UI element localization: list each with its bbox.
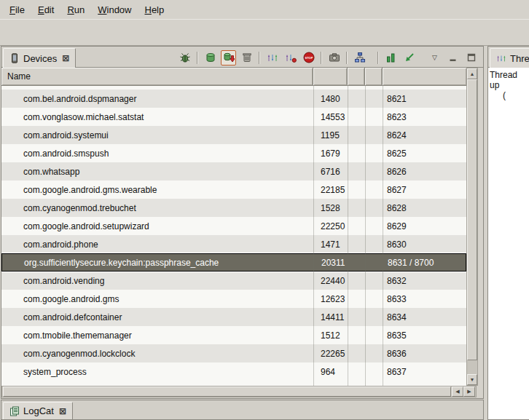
chevron-down-icon: ▽ [432, 54, 437, 61]
scroll-left-button[interactable]: ◀ [452, 387, 463, 397]
process-name: com.google.android.gms.wearable [23, 181, 157, 199]
process-port: 8631 / 8700 [388, 254, 434, 271]
process-pid: 1679 [321, 144, 340, 162]
dump-hprof-button[interactable] [221, 50, 236, 66]
process-name: com.android.vending [23, 272, 104, 290]
threads-content: Thread up ( [488, 68, 529, 103]
maximize-button[interactable] [463, 50, 479, 66]
hierarchy-view-button[interactable] [352, 50, 367, 66]
stop-icon: STOP [303, 52, 315, 63]
table-row[interactable]: com.cyanogenmod.lockclock 22265 8636 [1, 344, 466, 362]
camera-icon [329, 52, 340, 63]
table-row[interactable]: com.android.vending 22440 8632 [1, 272, 466, 290]
column-header-blank-1[interactable] [348, 68, 365, 85]
table-row[interactable]: com.google.android.setupwizard 22250 862… [1, 217, 466, 235]
column-header-port[interactable] [383, 68, 466, 85]
process-port: 8623 [387, 108, 407, 126]
minimize-button[interactable] [445, 50, 461, 66]
table-row[interactable]: com.android.smspush 1679 8625 [1, 144, 466, 162]
table-row[interactable]: com.tmobile.thememanager 1512 8635 [1, 326, 466, 344]
process-pid: 6716 [321, 162, 340, 181]
vertical-scrollbar[interactable]: ▲ ▼ [466, 68, 478, 386]
menu-window[interactable]: Window [91, 1, 138, 18]
table-row[interactable]: org.sufficientlysecure.keychain:passphra… [1, 253, 466, 272]
process-pid: 964 [321, 362, 335, 381]
process-rows: com.bel.android.dspmanager 1480 8621 com… [1, 90, 466, 381]
toolbar-separator [346, 52, 348, 64]
hierarchy-icon [354, 52, 366, 63]
scroll-up-button[interactable]: ▲ [467, 68, 477, 79]
process-pid: 1512 [321, 326, 340, 344]
tab-threads[interactable]: Threads [490, 48, 529, 68]
column-header-blank-2[interactable] [365, 68, 383, 85]
table-row[interactable]: com.bel.android.dspmanager 1480 8621 [1, 90, 466, 108]
menu-file[interactable]: File [3, 1, 31, 18]
process-port: 8632 [387, 272, 407, 290]
debug-button[interactable] [177, 50, 192, 66]
menu-bar: File Edit Run Window Help [0, 0, 529, 19]
minimize-icon [448, 52, 458, 63]
process-port: 8630 [387, 235, 407, 253]
column-header-pid[interactable] [313, 68, 348, 85]
method-profiling-button[interactable] [283, 50, 298, 66]
table-row[interactable]: com.android.systemui 1195 8624 [1, 126, 466, 144]
cause-gc-button[interactable] [239, 50, 254, 66]
column-divider [313, 86, 314, 386]
process-name: org.sufficientlysecure.keychain:passphra… [24, 254, 219, 271]
update-threads-button[interactable] [264, 50, 280, 66]
bar-chart-button[interactable] [383, 50, 399, 66]
logcat-bar: LogCat ⊠ [1, 400, 484, 420]
process-name: com.cyanogenmod.lockclock [23, 344, 135, 362]
table-row[interactable]: com.google.android.gms 12623 8633 [1, 290, 466, 308]
process-pid: 22250 [321, 217, 345, 235]
table-row[interactable]: com.whatsapp 6716 8626 [1, 162, 466, 181]
debug-icon [179, 52, 191, 63]
column-divider [383, 86, 383, 386]
process-pid: 14411 [321, 308, 344, 326]
table-row[interactable]: com.vonglasow.michael.satstat 14553 8623 [1, 108, 466, 126]
process-port: 8634 [387, 308, 407, 326]
process-name: com.cyanogenmod.trebuchet [23, 199, 136, 217]
view-menu-button[interactable]: ▽ [427, 50, 442, 66]
table-row[interactable]: com.google.android.gms.wearable 22185 86… [1, 181, 466, 199]
tab-logcat[interactable]: LogCat ⊠ [3, 402, 73, 419]
device-icon [9, 53, 20, 63]
process-port: 8625 [387, 144, 407, 162]
process-pid: 1528 [321, 199, 340, 217]
diagonal-arrow-button[interactable] [401, 50, 417, 66]
table-row[interactable]: com.android.defcontainer 14411 8634 [1, 308, 466, 326]
process-pid: 22265 [321, 344, 345, 362]
scroll-down-button[interactable]: ▼ [467, 374, 477, 385]
dump-hprof-icon [223, 52, 235, 63]
logcat-icon [9, 406, 20, 416]
process-name: com.android.phone [23, 235, 98, 253]
stop-process-button[interactable]: STOP [301, 50, 316, 66]
close-icon[interactable]: ⊠ [62, 53, 69, 63]
close-icon[interactable]: ⊠ [59, 406, 66, 416]
menu-help[interactable]: Help [138, 1, 171, 18]
vertical-scrollbar-thumb[interactable] [467, 79, 477, 360]
horizontal-scrollbar[interactable]: ◀ ▶ [1, 386, 477, 397]
table-row[interactable]: com.android.phone 1471 8630 [1, 235, 466, 253]
process-name: system_process [23, 362, 87, 381]
process-port: 8628 [387, 199, 407, 217]
menu-run[interactable]: Run [60, 1, 91, 18]
column-header-name[interactable]: Name [1, 68, 313, 85]
menu-edit[interactable]: Edit [31, 1, 60, 18]
table-row[interactable]: system_process 964 8637 [1, 362, 466, 381]
scroll-right-button[interactable]: ▶ [463, 387, 475, 397]
update-threads-icon [267, 52, 278, 63]
toolbar-separator [259, 52, 260, 64]
horizontal-scrollbar-thumb[interactable] [3, 387, 451, 397]
tab-devices[interactable]: Devices ⊠ [3, 48, 76, 68]
process-table: com.bel.android.dspmanager 1480 8621 com… [1, 86, 466, 386]
table-row[interactable]: com.cyanogenmod.trebuchet 1528 8628 [1, 199, 466, 217]
tab-threads-label: Threads [510, 53, 529, 64]
tab-logcat-label: LogCat [23, 405, 54, 416]
process-name: com.android.defcontainer [23, 308, 122, 326]
update-heap-icon [205, 52, 216, 63]
screen-capture-button[interactable] [326, 50, 342, 66]
process-name: com.whatsapp [23, 162, 79, 181]
empty-toolbar-strip [0, 19, 529, 46]
update-heap-button[interactable] [203, 50, 218, 66]
